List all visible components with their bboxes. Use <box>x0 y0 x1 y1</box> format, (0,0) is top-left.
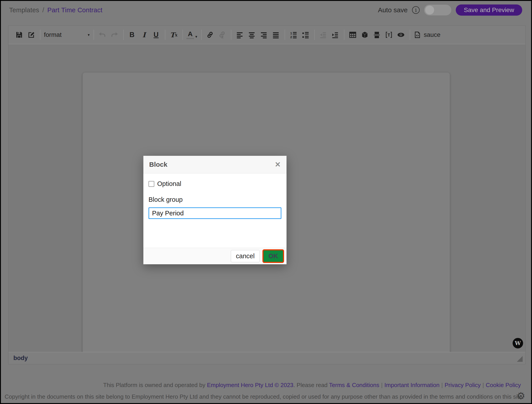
wiris-badge-icon: W <box>513 338 523 348</box>
svg-text:2: 2 <box>290 35 292 39</box>
toolbar-separator <box>314 30 315 40</box>
preview-eye-icon[interactable] <box>396 29 406 41</box>
footer-text-mid: . Please read <box>293 382 329 388</box>
autosave-label: Auto save <box>378 6 408 14</box>
resize-grip[interactable] <box>517 356 523 362</box>
svg-text:1: 1 <box>290 32 292 35</box>
toolbar-separator <box>165 30 165 40</box>
breadcrumb-separator: / <box>42 7 44 14</box>
justify-icon[interactable] <box>271 29 281 41</box>
source-document-icon <box>414 31 421 39</box>
toolbar-separator <box>94 30 94 40</box>
toolbar-separator <box>201 30 202 40</box>
footer-separator: | <box>441 382 443 388</box>
element-path-body[interactable]: body <box>13 355 28 362</box>
dialog-title: Block <box>149 161 167 168</box>
chevron-down-icon: ▾ <box>88 33 90 37</box>
footer-text-prefix: This Platform is owned and operated by <box>103 382 207 388</box>
indent-icon[interactable] <box>330 29 340 41</box>
wiris-badge-letter: W <box>515 340 521 346</box>
clear-formatting-x: x <box>175 32 177 37</box>
italic-icon[interactable]: I <box>139 29 149 41</box>
toolbar-separator <box>183 30 183 40</box>
footer-link-employment-hero[interactable]: Employment Hero Pty Ltd © 2023 <box>207 382 293 388</box>
breadcrumb: Templates/Part Time Contract <box>9 7 102 14</box>
clear-formatting-icon[interactable]: Tx <box>169 29 179 41</box>
top-bar: Templates/Part Time Contract Auto save i… <box>9 4 522 17</box>
optional-label: Optional <box>157 180 181 188</box>
save-and-preview-button[interactable]: Save and Preview <box>456 5 522 16</box>
footer-legal-line1: This Platform is owned and operated by E… <box>103 382 521 389</box>
footer-legal-line2: Copyright in the documents on this site … <box>5 393 522 400</box>
info-icon[interactable]: i <box>412 6 420 14</box>
redo-icon[interactable] <box>109 29 119 41</box>
block-dialog-footer: cancel OK <box>143 248 286 264</box>
gear-icon[interactable]: ⚙ <box>517 391 525 401</box>
bold-icon[interactable]: B <box>127 29 137 41</box>
block-group-input[interactable] <box>148 207 281 219</box>
footer-link-important-info[interactable]: Important Information <box>384 382 439 388</box>
underline-icon[interactable]: U <box>151 29 161 41</box>
editor-toolbar: format ▾ B I U Tx A ▾ <box>8 26 525 44</box>
block-group-label: Block group <box>148 196 281 203</box>
chevron-down-icon: ▾ <box>195 34 197 39</box>
format-dropdown[interactable]: format ▾ <box>44 29 90 41</box>
page-break-icon[interactable] <box>372 29 382 41</box>
footer-separator: | <box>381 382 383 388</box>
text-color-icon[interactable]: A ▾ <box>186 29 197 41</box>
ok-button[interactable]: OK <box>262 249 284 263</box>
text-color-a: A <box>188 31 193 37</box>
top-actions: Auto save i Save and Preview <box>378 5 522 16</box>
block-dialog-header: Block ✕ <box>143 156 286 173</box>
undo-icon[interactable] <box>97 29 107 41</box>
block-dialog-body: Optional Block group <box>143 173 286 219</box>
optional-checkbox[interactable] <box>148 181 154 187</box>
bulleted-list-icon[interactable] <box>301 29 310 41</box>
optional-row: Optional <box>148 180 281 188</box>
source-code-label: sauce <box>424 31 441 38</box>
autosave-toggle[interactable] <box>424 5 451 15</box>
close-icon[interactable]: ✕ <box>275 160 281 169</box>
clear-formatting-t: T <box>170 31 175 39</box>
toolbar-separator <box>285 30 285 40</box>
breadcrumb-current-page: Part Time Contract <box>47 7 102 14</box>
svg-text:T: T <box>387 33 390 38</box>
format-dropdown-label: format <box>44 31 62 38</box>
align-right-icon[interactable] <box>259 29 269 41</box>
link-icon[interactable] <box>205 29 215 41</box>
edit-template-icon[interactable] <box>26 29 36 41</box>
footer-link-cookie[interactable]: Cookie Policy <box>486 382 521 388</box>
align-left-icon[interactable] <box>235 29 245 41</box>
footer-link-terms[interactable]: Terms & Conditions <box>329 382 379 388</box>
toolbar-separator <box>123 30 124 40</box>
toolbar-separator <box>410 30 410 40</box>
save-icon[interactable] <box>14 29 24 41</box>
insert-table-icon[interactable] <box>348 29 358 41</box>
footer-separator: | <box>482 382 484 388</box>
cancel-button[interactable]: cancel <box>231 250 260 262</box>
align-center-icon[interactable] <box>247 29 257 41</box>
numbered-list-icon[interactable]: 12 <box>289 29 298 41</box>
footer-link-privacy[interactable]: Privacy Policy <box>445 382 481 388</box>
unlink-icon[interactable] <box>217 29 227 41</box>
placeholder-token-icon[interactable]: T <box>384 29 394 41</box>
outdent-icon[interactable] <box>318 29 328 41</box>
toolbar-separator <box>231 30 231 40</box>
toolbar-separator <box>344 30 344 40</box>
toggle-knob <box>425 6 434 14</box>
toolbar-separator <box>40 30 40 40</box>
block-dialog: Block ✕ Optional Block group cancel OK <box>143 156 286 264</box>
text-color-bar <box>186 38 194 39</box>
source-code-button[interactable]: sauce <box>414 29 441 41</box>
block-cube-icon[interactable] <box>360 29 370 41</box>
editor-status-bar: body <box>8 352 525 364</box>
breadcrumb-templates[interactable]: Templates <box>9 7 39 14</box>
